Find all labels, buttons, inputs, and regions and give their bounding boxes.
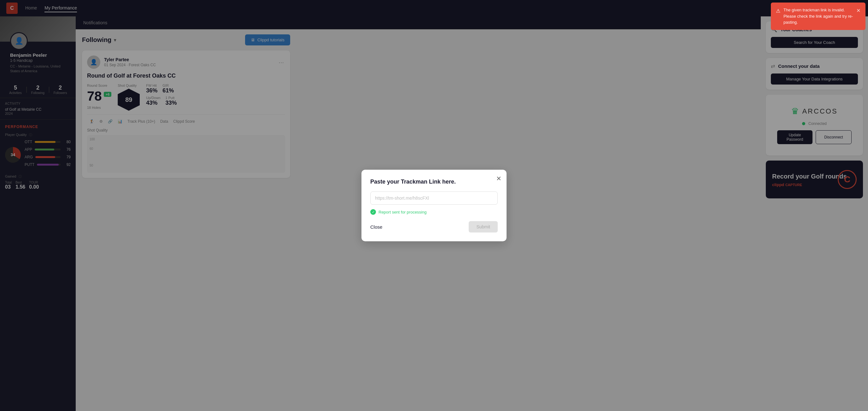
modal-close-x-button[interactable]: ✕: [496, 175, 501, 182]
trackman-modal: Paste your Trackman Link here. ✕ ✓ Repor…: [362, 170, 506, 241]
modal-close-button[interactable]: Close: [370, 224, 382, 230]
warning-icon: ⚠: [776, 7, 780, 15]
modal-submit-button[interactable]: Submit: [469, 221, 498, 232]
error-toast: ⚠ The given trackman link is invalid. Pl…: [771, 2, 866, 30]
modal-actions: Close Submit: [370, 221, 498, 232]
trackman-url-input[interactable]: [370, 191, 498, 205]
toast-close-button[interactable]: ✕: [856, 7, 861, 14]
modal-overlay: Paste your Trackman Link here. ✕ ✓ Repor…: [0, 0, 868, 411]
success-icon: ✓: [370, 209, 376, 215]
modal-title: Paste your Trackman Link here.: [370, 179, 498, 185]
modal-success-message: ✓ Report sent for processing: [370, 209, 498, 215]
